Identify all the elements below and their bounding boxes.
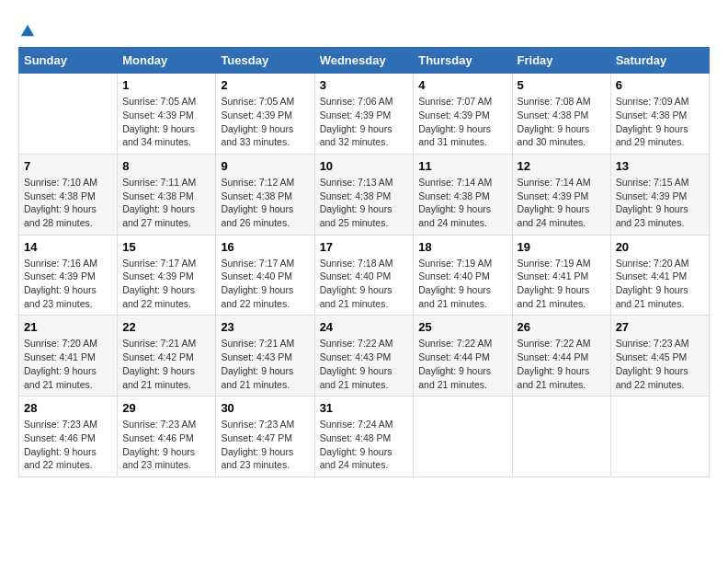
day-number: 2 bbox=[221, 78, 309, 92]
calendar-cell: 4Sunrise: 7:07 AM Sunset: 4:39 PM Daylig… bbox=[414, 74, 512, 155]
week-row-2: 7Sunrise: 7:10 AM Sunset: 4:38 PM Daylig… bbox=[19, 154, 710, 235]
page-header bbox=[18, 18, 710, 38]
day-info: Sunrise: 7:22 AM Sunset: 4:44 PM Dayligh… bbox=[518, 337, 606, 391]
day-number: 13 bbox=[616, 159, 704, 173]
day-number: 29 bbox=[122, 401, 210, 415]
calendar-cell: 21Sunrise: 7:20 AM Sunset: 4:41 PM Dayli… bbox=[19, 316, 118, 396]
calendar-cell: 17Sunrise: 7:18 AM Sunset: 4:40 PM Dayli… bbox=[314, 235, 414, 316]
day-info: Sunrise: 7:15 AM Sunset: 4:39 PM Dayligh… bbox=[616, 176, 704, 230]
calendar-table: SundayMondayTuesdayWednesdayThursdayFrid… bbox=[18, 47, 710, 477]
column-header-wednesday: Wednesday bbox=[314, 48, 414, 74]
day-number: 9 bbox=[221, 159, 309, 173]
day-info: Sunrise: 7:16 AM Sunset: 4:39 PM Dayligh… bbox=[24, 257, 112, 311]
calendar-cell: 5Sunrise: 7:08 AM Sunset: 4:38 PM Daylig… bbox=[512, 74, 610, 155]
day-number: 18 bbox=[418, 240, 506, 254]
day-number: 12 bbox=[518, 159, 606, 173]
calendar-cell: 28Sunrise: 7:23 AM Sunset: 4:46 PM Dayli… bbox=[19, 396, 118, 477]
day-number: 6 bbox=[616, 78, 704, 92]
day-number: 16 bbox=[221, 240, 309, 254]
week-row-3: 14Sunrise: 7:16 AM Sunset: 4:39 PM Dayli… bbox=[19, 235, 710, 316]
calendar-cell bbox=[414, 396, 512, 477]
day-info: Sunrise: 7:21 AM Sunset: 4:43 PM Dayligh… bbox=[221, 337, 309, 391]
column-header-sunday: Sunday bbox=[19, 48, 118, 74]
calendar-cell: 12Sunrise: 7:14 AM Sunset: 4:39 PM Dayli… bbox=[512, 154, 610, 235]
day-number: 5 bbox=[518, 78, 606, 92]
calendar-cell: 15Sunrise: 7:17 AM Sunset: 4:39 PM Dayli… bbox=[118, 235, 216, 316]
calendar-cell: 11Sunrise: 7:14 AM Sunset: 4:38 PM Dayli… bbox=[414, 154, 512, 235]
day-info: Sunrise: 7:08 AM Sunset: 4:38 PM Dayligh… bbox=[518, 95, 606, 149]
day-info: Sunrise: 7:23 AM Sunset: 4:45 PM Dayligh… bbox=[616, 337, 704, 391]
week-row-5: 28Sunrise: 7:23 AM Sunset: 4:46 PM Dayli… bbox=[19, 396, 710, 477]
day-number: 20 bbox=[616, 240, 704, 254]
day-number: 28 bbox=[24, 401, 112, 415]
day-number: 26 bbox=[518, 320, 606, 334]
day-info: Sunrise: 7:05 AM Sunset: 4:39 PM Dayligh… bbox=[122, 95, 210, 149]
day-info: Sunrise: 7:06 AM Sunset: 4:39 PM Dayligh… bbox=[320, 95, 409, 149]
day-number: 7 bbox=[24, 159, 112, 173]
calendar-cell: 19Sunrise: 7:19 AM Sunset: 4:41 PM Dayli… bbox=[512, 235, 610, 316]
day-number: 8 bbox=[122, 159, 210, 173]
calendar-cell: 1Sunrise: 7:05 AM Sunset: 4:39 PM Daylig… bbox=[118, 74, 216, 155]
column-header-saturday: Saturday bbox=[610, 48, 709, 74]
calendar-cell: 9Sunrise: 7:12 AM Sunset: 4:38 PM Daylig… bbox=[216, 154, 314, 235]
calendar-cell: 7Sunrise: 7:10 AM Sunset: 4:38 PM Daylig… bbox=[19, 154, 118, 235]
calendar-cell: 24Sunrise: 7:22 AM Sunset: 4:43 PM Dayli… bbox=[314, 316, 414, 396]
calendar-cell bbox=[512, 396, 610, 477]
day-info: Sunrise: 7:23 AM Sunset: 4:46 PM Dayligh… bbox=[122, 418, 210, 472]
day-number: 23 bbox=[221, 320, 309, 334]
day-info: Sunrise: 7:23 AM Sunset: 4:46 PM Dayligh… bbox=[24, 418, 112, 472]
column-header-monday: Monday bbox=[118, 48, 216, 74]
day-info: Sunrise: 7:10 AM Sunset: 4:38 PM Dayligh… bbox=[24, 176, 112, 230]
day-info: Sunrise: 7:23 AM Sunset: 4:47 PM Dayligh… bbox=[221, 418, 309, 472]
calendar-cell: 6Sunrise: 7:09 AM Sunset: 4:38 PM Daylig… bbox=[610, 74, 709, 155]
calendar-cell: 31Sunrise: 7:24 AM Sunset: 4:48 PM Dayli… bbox=[314, 396, 414, 477]
day-info: Sunrise: 7:17 AM Sunset: 4:39 PM Dayligh… bbox=[122, 257, 210, 311]
day-info: Sunrise: 7:20 AM Sunset: 4:41 PM Dayligh… bbox=[616, 257, 704, 311]
day-info: Sunrise: 7:19 AM Sunset: 4:40 PM Dayligh… bbox=[418, 257, 506, 311]
calendar-cell: 13Sunrise: 7:15 AM Sunset: 4:39 PM Dayli… bbox=[610, 154, 709, 235]
calendar-cell: 29Sunrise: 7:23 AM Sunset: 4:46 PM Dayli… bbox=[118, 396, 216, 477]
day-info: Sunrise: 7:19 AM Sunset: 4:41 PM Dayligh… bbox=[518, 257, 606, 311]
calendar-cell bbox=[19, 74, 118, 155]
day-number: 31 bbox=[320, 401, 409, 415]
day-number: 4 bbox=[418, 78, 506, 92]
week-row-4: 21Sunrise: 7:20 AM Sunset: 4:41 PM Dayli… bbox=[19, 316, 710, 396]
calendar-cell: 10Sunrise: 7:13 AM Sunset: 4:38 PM Dayli… bbox=[314, 154, 414, 235]
day-info: Sunrise: 7:22 AM Sunset: 4:43 PM Dayligh… bbox=[320, 337, 409, 391]
svg-marker-0 bbox=[21, 25, 34, 37]
column-header-thursday: Thursday bbox=[414, 48, 512, 74]
logo bbox=[18, 18, 37, 38]
day-info: Sunrise: 7:18 AM Sunset: 4:40 PM Dayligh… bbox=[320, 257, 409, 311]
calendar-cell: 26Sunrise: 7:22 AM Sunset: 4:44 PM Dayli… bbox=[512, 316, 610, 396]
calendar-cell: 8Sunrise: 7:11 AM Sunset: 4:38 PM Daylig… bbox=[118, 154, 216, 235]
week-row-1: 1Sunrise: 7:05 AM Sunset: 4:39 PM Daylig… bbox=[19, 74, 710, 155]
calendar-cell: 18Sunrise: 7:19 AM Sunset: 4:40 PM Dayli… bbox=[414, 235, 512, 316]
day-number: 25 bbox=[418, 320, 506, 334]
calendar-cell: 20Sunrise: 7:20 AM Sunset: 4:41 PM Dayli… bbox=[610, 235, 709, 316]
column-headers: SundayMondayTuesdayWednesdayThursdayFrid… bbox=[19, 48, 710, 74]
calendar-cell: 14Sunrise: 7:16 AM Sunset: 4:39 PM Dayli… bbox=[19, 235, 118, 316]
day-number: 22 bbox=[122, 320, 210, 334]
day-info: Sunrise: 7:21 AM Sunset: 4:42 PM Dayligh… bbox=[122, 337, 210, 391]
calendar-cell: 22Sunrise: 7:21 AM Sunset: 4:42 PM Dayli… bbox=[118, 316, 216, 396]
calendar-cell bbox=[610, 396, 709, 477]
calendar-cell: 3Sunrise: 7:06 AM Sunset: 4:39 PM Daylig… bbox=[314, 74, 414, 155]
calendar-cell: 16Sunrise: 7:17 AM Sunset: 4:40 PM Dayli… bbox=[216, 235, 314, 316]
day-info: Sunrise: 7:20 AM Sunset: 4:41 PM Dayligh… bbox=[24, 337, 112, 391]
calendar-cell: 23Sunrise: 7:21 AM Sunset: 4:43 PM Dayli… bbox=[216, 316, 314, 396]
day-number: 21 bbox=[24, 320, 112, 334]
day-number: 30 bbox=[221, 401, 309, 415]
day-info: Sunrise: 7:17 AM Sunset: 4:40 PM Dayligh… bbox=[221, 257, 309, 311]
calendar-cell: 25Sunrise: 7:22 AM Sunset: 4:44 PM Dayli… bbox=[414, 316, 512, 396]
column-header-friday: Friday bbox=[512, 48, 610, 74]
calendar-body: 1Sunrise: 7:05 AM Sunset: 4:39 PM Daylig… bbox=[19, 74, 710, 477]
day-number: 3 bbox=[320, 78, 409, 92]
day-number: 17 bbox=[320, 240, 409, 254]
day-info: Sunrise: 7:24 AM Sunset: 4:48 PM Dayligh… bbox=[320, 418, 409, 472]
day-number: 1 bbox=[122, 78, 210, 92]
day-number: 24 bbox=[320, 320, 409, 334]
day-info: Sunrise: 7:11 AM Sunset: 4:38 PM Dayligh… bbox=[122, 176, 210, 230]
day-info: Sunrise: 7:14 AM Sunset: 4:38 PM Dayligh… bbox=[418, 176, 506, 230]
day-info: Sunrise: 7:12 AM Sunset: 4:38 PM Dayligh… bbox=[221, 176, 309, 230]
day-info: Sunrise: 7:22 AM Sunset: 4:44 PM Dayligh… bbox=[418, 337, 506, 391]
